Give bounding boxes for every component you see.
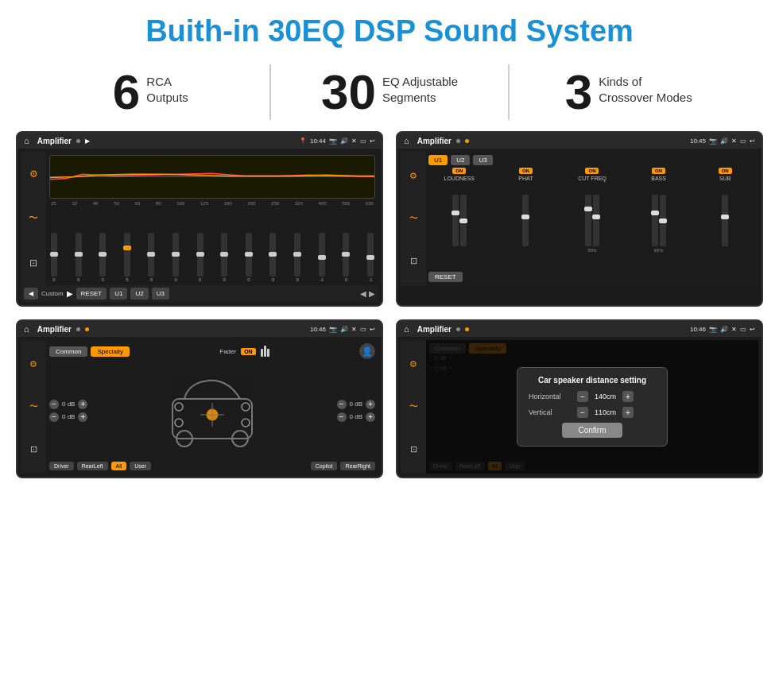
eq-volume-icon[interactable]: ⊡ xyxy=(29,257,37,269)
screen2-back-icon[interactable]: ↩ xyxy=(750,137,755,145)
dlg-filter-icon[interactable]: ⚙ xyxy=(409,359,417,369)
left-vol-controls: − 0 dB + − 0 dB + xyxy=(49,362,87,459)
lv-minus-2[interactable]: − xyxy=(49,412,59,422)
stat-rca-number: 6 xyxy=(113,68,140,117)
btn-user[interactable]: User xyxy=(130,462,151,470)
eq-reset-btn[interactable]: RESET xyxy=(76,288,107,300)
eq-left-arrow[interactable]: ◀ xyxy=(360,289,366,298)
screen1-sidebar: ⚙ 〜 ⊡ xyxy=(21,152,46,285)
eq-slider-1: 0 xyxy=(76,233,82,282)
btn-copilot[interactable]: Copilot xyxy=(311,462,338,470)
screen1-back-icon[interactable]: ↩ xyxy=(370,137,375,145)
eq-slider-6: 0 xyxy=(197,233,203,282)
screen3-time: 10:46 xyxy=(310,326,326,333)
profile-icon[interactable]: 👤 xyxy=(359,343,375,359)
dlg-wave-icon[interactable]: 〜 xyxy=(409,400,418,412)
horizontal-label: Horizontal xyxy=(529,393,572,400)
screen3-top-row: Common Specialty Fader ON 👤 xyxy=(49,343,375,359)
screen2-status-bar: ⌂ Amplifier 10:45 📷 🔊 ✕ ▭ ↩ xyxy=(397,133,762,149)
loudness-sliders xyxy=(452,183,467,246)
bass-on-badge: ON xyxy=(652,168,665,174)
screen1-bottom-bar: ◀ Custom ▶ RESET U1 U2 U3 ◀ ▶ xyxy=(21,285,378,302)
amp-reset-btn[interactable]: RESET xyxy=(428,272,463,282)
band-loudness: ON LOUDNESS xyxy=(428,168,490,268)
preset-u1-btn[interactable]: U1 xyxy=(428,155,448,165)
btn-all[interactable]: All xyxy=(111,462,127,470)
dlg-volume-icon[interactable]: ⊡ xyxy=(410,444,417,454)
band-sub: ON SUB xyxy=(694,168,756,268)
stat-eq-number: 30 xyxy=(321,68,376,117)
horizontal-plus-btn[interactable]: + xyxy=(622,391,634,402)
amp-volume-icon[interactable]: ⊡ xyxy=(410,256,417,266)
eq-prev-btn[interactable]: ◀ xyxy=(24,288,38,300)
screen3-back-icon[interactable]: ↩ xyxy=(370,326,375,333)
vertical-minus-btn[interactable]: − xyxy=(577,407,588,418)
screen4-status-bar: ⌂ Amplifier 10:46 📷 🔊 ✕ ▭ ↩ xyxy=(397,321,762,337)
rv-plus-1[interactable]: + xyxy=(366,400,375,409)
screen2-window-icon: ▭ xyxy=(740,137,746,145)
amp-wave-icon[interactable]: 〜 xyxy=(409,212,418,224)
preset-u3-btn[interactable]: U3 xyxy=(473,155,492,165)
eq-wave-icon[interactable]: 〜 xyxy=(29,211,38,225)
screen1-location-icon: 📍 xyxy=(299,137,307,145)
stat-rca-text: RCA Outputs xyxy=(146,68,188,105)
lv-val-1: 0 dB xyxy=(62,400,75,408)
rv-plus-2[interactable]: + xyxy=(366,412,375,422)
screen2-presets: U1 U2 U3 xyxy=(428,155,756,165)
screen3-title: Amplifier xyxy=(37,325,72,334)
cs-volume-icon[interactable]: ⊡ xyxy=(30,444,37,454)
left-vol-top: − 0 dB + xyxy=(49,400,87,409)
screen1-camera-icon: 📷 xyxy=(329,137,337,145)
screen4-main: Common Specialty −0 dB+ −0 dB+ Driver Re… xyxy=(426,340,758,474)
amp-filter-icon[interactable]: ⚙ xyxy=(409,171,417,181)
lv-plus-1[interactable]: + xyxy=(78,400,87,409)
eq-u2-btn[interactable]: U2 xyxy=(130,288,148,300)
btn-rearleft[interactable]: RearLeft xyxy=(77,462,108,470)
screen1-status-right: 📍 10:44 📷 🔊 ✕ ▭ ↩ xyxy=(299,137,375,145)
lv-minus-1[interactable]: − xyxy=(49,400,59,409)
confirm-button[interactable]: Confirm xyxy=(562,423,622,438)
eq-scroll-arrows: ◀ ▶ xyxy=(360,289,375,298)
btn-rearright[interactable]: RearRight xyxy=(340,462,375,470)
screen2-status-right: 10:45 📷 🔊 ✕ ▭ ↩ xyxy=(690,137,755,145)
screen3-main: Common Specialty Fader ON 👤 xyxy=(46,340,378,474)
screen1-time: 10:44 xyxy=(310,137,326,145)
play-icon[interactable]: ▶ xyxy=(85,137,90,145)
eq-custom-label: Custom xyxy=(41,290,64,297)
screen2-main: U1 U2 U3 ON LOUDNESS xyxy=(426,152,758,285)
tab-common[interactable]: Common xyxy=(49,346,87,357)
eq-right-arrow[interactable]: ▶ xyxy=(369,289,375,298)
cutfreq-on-badge: ON xyxy=(585,168,599,174)
screen2-home-icon[interactable]: ⌂ xyxy=(404,136,409,145)
screen2-camera-icon: 📷 xyxy=(709,137,717,145)
eq-slider-4: 0 xyxy=(148,233,154,282)
screen1-status-bar: ⌂ Amplifier ▶ 📍 10:44 📷 🔊 ✕ ▭ ↩ xyxy=(17,133,382,149)
svg-point-4 xyxy=(175,403,183,411)
preset-u2-btn[interactable]: U2 xyxy=(451,155,470,165)
tab-specialty[interactable]: Specialty xyxy=(91,346,129,357)
car-diagram xyxy=(91,362,333,459)
distance-dialog: Car speaker distance setting Horizontal … xyxy=(517,367,668,447)
screen1-volume-icon: 🔊 xyxy=(340,137,348,145)
screen3-home-icon[interactable]: ⌂ xyxy=(24,324,29,334)
eq-play-btn[interactable]: ▶ xyxy=(67,289,73,298)
home-icon[interactable]: ⌂ xyxy=(24,136,29,145)
screen4-home-icon[interactable]: ⌂ xyxy=(404,324,409,334)
eq-u3-btn[interactable]: U3 xyxy=(152,288,169,300)
eq-u1-btn[interactable]: U1 xyxy=(110,288,127,300)
cs-filter-icon[interactable]: ⚙ xyxy=(29,359,37,369)
lv-plus-2[interactable]: + xyxy=(78,412,87,422)
eq-filter-icon[interactable]: ⚙ xyxy=(29,168,38,180)
loudness-label: LOUDNESS xyxy=(444,176,475,181)
rv-minus-2[interactable]: − xyxy=(337,412,347,422)
btn-driver[interactable]: Driver xyxy=(49,462,74,470)
band-cutfreq: ON CUT FREQ 80Hz xyxy=(561,168,623,268)
rv-minus-1[interactable]: − xyxy=(337,400,347,409)
vertical-ctrl: − 110cm + xyxy=(577,407,634,418)
vertical-plus-btn[interactable]: + xyxy=(622,407,634,418)
cs-wave-icon[interactable]: 〜 xyxy=(29,400,38,412)
vertical-value: 110cm xyxy=(591,408,619,416)
horizontal-minus-btn[interactable]: − xyxy=(577,391,588,402)
svg-point-5 xyxy=(242,403,250,411)
screen4-back-icon[interactable]: ↩ xyxy=(750,326,755,333)
